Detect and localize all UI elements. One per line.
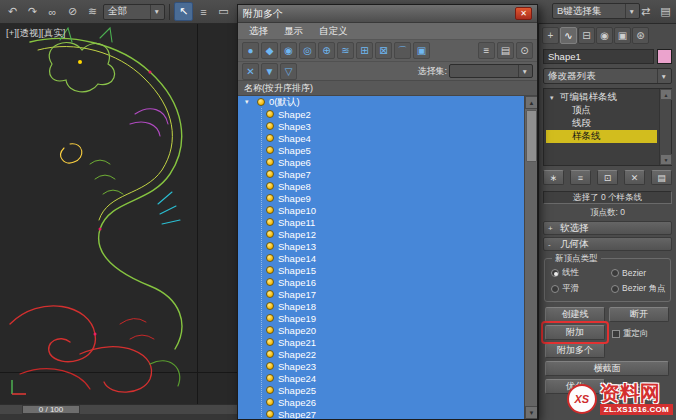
display-xrefs-icon[interactable]: ⊠ bbox=[375, 42, 392, 59]
select-by-name-icon[interactable]: ≡ bbox=[194, 2, 213, 21]
tree-root-row[interactable]: ▾ 0(默认) bbox=[238, 96, 524, 108]
dialog-title-bar[interactable]: 附加多个 ✕ bbox=[238, 5, 537, 23]
list-item[interactable]: Shape13 bbox=[238, 240, 524, 252]
display-cameras-icon[interactable]: ◎ bbox=[299, 42, 316, 59]
filter-invert-icon[interactable]: ▽ bbox=[280, 63, 297, 80]
stack-scrollbar[interactable]: ▲ ▼ bbox=[659, 89, 671, 165]
column-view-icon[interactable]: ▤ bbox=[497, 42, 514, 59]
create-line-button[interactable]: 创建线 bbox=[545, 307, 605, 322]
viewport-label[interactable]: [+][透视][真实] bbox=[6, 27, 65, 40]
list-scrollbar[interactable]: ▲ ▼ bbox=[524, 96, 537, 419]
display-groups-icon[interactable]: ⊞ bbox=[356, 42, 373, 59]
menu-item[interactable]: 显示 bbox=[276, 24, 311, 39]
display-frozen-icon[interactable]: ▣ bbox=[413, 42, 430, 59]
utilities-tab[interactable]: ⊛ bbox=[632, 27, 649, 44]
display-geometry-icon[interactable]: ● bbox=[242, 42, 259, 59]
stack-row[interactable]: 顶点 bbox=[546, 104, 657, 117]
selection-set-dropdown[interactable]: ▼ bbox=[449, 64, 533, 78]
pin-stack-icon[interactable]: ∗ bbox=[543, 170, 564, 185]
select-object-icon[interactable]: ↖ bbox=[174, 2, 193, 21]
make-unique-icon[interactable]: ⊡ bbox=[597, 170, 618, 185]
tree-expand-icon[interactable]: ▾ bbox=[245, 98, 253, 106]
attach-multiple-button[interactable]: 附加多个 bbox=[545, 343, 605, 358]
list-item[interactable]: Shape10 bbox=[238, 204, 524, 216]
list-item[interactable]: Shape14 bbox=[238, 252, 524, 264]
close-icon[interactable]: ✕ bbox=[515, 7, 532, 20]
radio-linear[interactable]: 线性 bbox=[551, 267, 611, 279]
create-tab[interactable]: + bbox=[542, 27, 559, 44]
display-space-warps-icon[interactable]: ≋ bbox=[337, 42, 354, 59]
list-item[interactable]: Shape4 bbox=[238, 132, 524, 144]
list-item[interactable]: Shape17 bbox=[238, 288, 524, 300]
display-helpers-icon[interactable]: ⊕ bbox=[318, 42, 335, 59]
list-item[interactable]: Shape23 bbox=[238, 360, 524, 372]
radio-bezier-corner[interactable]: Bezier 角点 bbox=[611, 283, 671, 295]
attach-button[interactable]: 附加 bbox=[545, 325, 605, 340]
list-item[interactable]: Shape20 bbox=[238, 324, 524, 336]
list-item[interactable]: Shape27 bbox=[238, 408, 524, 419]
list-item[interactable]: Shape26 bbox=[238, 396, 524, 408]
list-item[interactable]: Shape16 bbox=[238, 276, 524, 288]
list-item[interactable]: Shape7 bbox=[238, 168, 524, 180]
redo-icon[interactable]: ↷ bbox=[23, 2, 42, 21]
bind-to-space-warp-icon[interactable]: ≋ bbox=[83, 2, 102, 21]
cross-section-button[interactable]: 横截面 bbox=[545, 361, 669, 376]
scroll-up-icon[interactable]: ▲ bbox=[525, 96, 537, 109]
scroll-down-icon[interactable]: ▼ bbox=[525, 406, 537, 419]
display-lights-icon[interactable]: ◉ bbox=[280, 42, 297, 59]
list-item[interactable]: Shape11 bbox=[238, 216, 524, 228]
object-color-swatch[interactable] bbox=[657, 49, 672, 64]
layer-manager-icon[interactable]: ▤ bbox=[656, 2, 675, 21]
stack-row[interactable]: 线段 bbox=[546, 117, 657, 130]
list-item[interactable]: Shape9 bbox=[238, 192, 524, 204]
list-item[interactable]: Shape24 bbox=[238, 372, 524, 384]
list-column-header[interactable]: 名称(按升序排序) bbox=[238, 81, 537, 96]
time-slider-handle[interactable]: 0 / 100 bbox=[22, 405, 80, 414]
list-item[interactable]: Shape22 bbox=[238, 348, 524, 360]
radio-bezier[interactable]: Bezier bbox=[611, 267, 671, 279]
reorient-checkbox[interactable]: 重定向 bbox=[612, 328, 649, 340]
find-icon[interactable]: ⊙ bbox=[516, 42, 533, 59]
filter-icon[interactable]: ▼ bbox=[261, 63, 278, 80]
select-and-link-icon[interactable]: ∞ bbox=[43, 2, 62, 21]
list-item[interactable]: Shape5 bbox=[238, 144, 524, 156]
list-item[interactable]: Shape8 bbox=[238, 180, 524, 192]
stack-row[interactable]: ▾ 可编辑样条线 bbox=[546, 91, 657, 104]
list-item[interactable]: Shape15 bbox=[238, 264, 524, 276]
rollout-soft-selection[interactable]: + 软选择 bbox=[543, 221, 672, 235]
list-item[interactable]: Shape18 bbox=[238, 300, 524, 312]
hierarchy-tab[interactable]: ⊟ bbox=[578, 27, 595, 44]
unlink-selection-icon[interactable]: ⊘ bbox=[63, 2, 82, 21]
object-name-field[interactable]: Shape1 bbox=[543, 49, 654, 64]
list-view-icon[interactable]: ≡ bbox=[478, 42, 495, 59]
break-button[interactable]: 断开 bbox=[609, 307, 669, 322]
stack-row[interactable]: 样条线 bbox=[546, 130, 657, 143]
menu-item[interactable]: 选择 bbox=[241, 24, 276, 39]
list-item[interactable]: Shape21 bbox=[238, 336, 524, 348]
scroll-down-icon[interactable]: ▼ bbox=[660, 154, 672, 165]
list-item[interactable]: Shape19 bbox=[238, 312, 524, 324]
display-shapes-icon[interactable]: ◆ bbox=[261, 42, 278, 59]
named-selection-set-dropdown[interactable]: B键选择集 ▼ bbox=[552, 3, 640, 19]
motion-tab[interactable]: ◉ bbox=[596, 27, 613, 44]
selection-filter-dropdown[interactable]: 全部 ▼ bbox=[103, 4, 165, 20]
configure-modifier-sets-icon[interactable]: ▤ bbox=[651, 170, 672, 185]
display-tab[interactable]: ▣ bbox=[614, 27, 631, 44]
remove-modifier-icon[interactable]: ✕ bbox=[624, 170, 645, 185]
select-none-icon[interactable]: ✕ bbox=[242, 63, 259, 80]
list-item[interactable]: Shape6 bbox=[238, 156, 524, 168]
undo-icon[interactable]: ↶ bbox=[3, 2, 22, 21]
scrollbar-thumb[interactable] bbox=[526, 110, 537, 162]
display-bones-icon[interactable]: ⌒ bbox=[394, 42, 411, 59]
list-item[interactable]: Shape3 bbox=[238, 120, 524, 132]
menu-item[interactable]: 自定义 bbox=[311, 24, 356, 39]
list-item[interactable]: Shape2 bbox=[238, 108, 524, 120]
mirror-icon[interactable]: ⇄ bbox=[636, 2, 655, 21]
rollout-geometry[interactable]: - 几何体 bbox=[543, 237, 672, 251]
rectangular-selection-region-icon[interactable]: ▭ bbox=[214, 2, 233, 21]
list-item[interactable]: Shape12 bbox=[238, 228, 524, 240]
show-end-result-icon[interactable]: ≡ bbox=[570, 170, 591, 185]
modifier-list-dropdown[interactable]: 修改器列表 ▼ bbox=[543, 68, 672, 84]
list-item[interactable]: Shape25 bbox=[238, 384, 524, 396]
radio-smooth[interactable]: 平滑 bbox=[551, 283, 611, 295]
